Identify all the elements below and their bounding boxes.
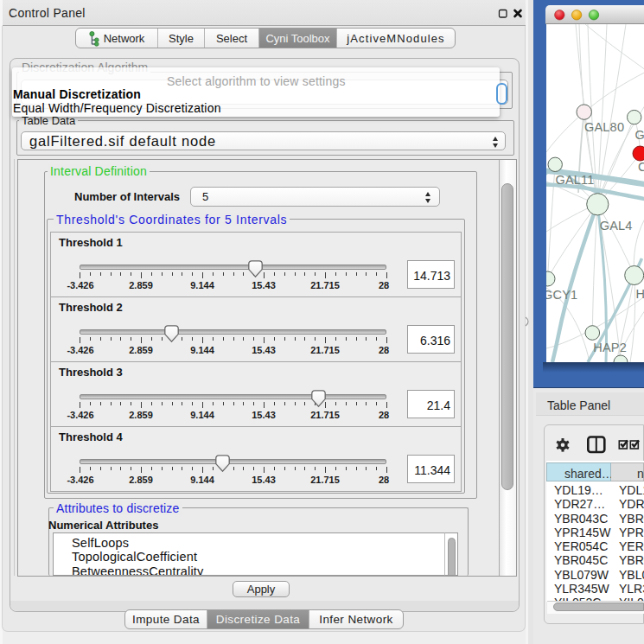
svg-text:H: H — [635, 287, 644, 301]
svg-text:GCY1: GCY1 — [546, 288, 577, 302]
svg-text:GAL4: GAL4 — [599, 219, 632, 233]
svg-text:HAP2: HAP2 — [593, 341, 627, 354]
svg-text:GAL80: GAL80 — [584, 120, 624, 134]
svg-text:C: C — [638, 160, 644, 174]
svg-text:GAL11: GAL11 — [555, 173, 594, 187]
svg-text:GA: GA — [634, 128, 644, 142]
